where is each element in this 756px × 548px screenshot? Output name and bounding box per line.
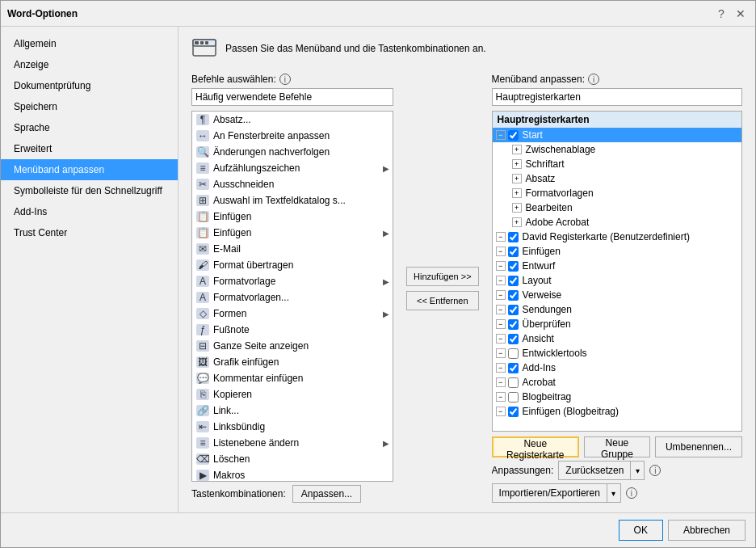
- ribbon-tab-checkbox[interactable]: [508, 130, 519, 141]
- ribbon-item[interactable]: − Überprüfen: [493, 317, 741, 331]
- ribbon-item[interactable]: − Verweise: [493, 288, 741, 302]
- ribbon-tab-checkbox[interactable]: [508, 334, 519, 344]
- zuruecksetzen-arrow[interactable]: ▾: [630, 461, 645, 480]
- importexport-button[interactable]: Importieren/Exportieren: [492, 483, 607, 503]
- help-button[interactable]: ?: [713, 6, 729, 22]
- importexport-info-icon[interactable]: i: [626, 487, 637, 499]
- list-item[interactable]: ◇Formen▶: [192, 306, 393, 322]
- list-item[interactable]: ⊞Auswahl im Textfeldkatalog s...: [192, 192, 393, 209]
- ribbon-item[interactable]: +Schriftart: [493, 157, 741, 171]
- sidebar-item-addins[interactable]: Add-Ins: [1, 201, 178, 222]
- list-item[interactable]: ≡Aufzählungszeichen▶: [192, 160, 393, 176]
- expand-icon[interactable]: +: [512, 188, 522, 198]
- add-button[interactable]: Hinzufügen >>: [406, 267, 479, 286]
- neue-registerkarte-button[interactable]: Neue Registerkarte: [492, 436, 579, 457]
- ribbon-tab-checkbox[interactable]: [508, 261, 519, 272]
- sidebar-item-dokumentpruefung[interactable]: Dokumentprüfung: [1, 75, 178, 96]
- list-item[interactable]: 📋Einfügen▶: [192, 225, 393, 241]
- list-item[interactable]: ✉E-Mail: [192, 241, 393, 257]
- anpassen-button[interactable]: Anpassen...: [292, 485, 361, 503]
- ribbon-tab-checkbox[interactable]: [508, 247, 519, 257]
- ribbon-tab-checkbox[interactable]: [508, 276, 519, 286]
- expand-icon[interactable]: −: [496, 276, 506, 285]
- expand-icon[interactable]: −: [496, 377, 506, 387]
- expand-icon[interactable]: +: [512, 159, 522, 169]
- list-item[interactable]: 🖼Grafik einfügen: [192, 354, 393, 370]
- expand-icon[interactable]: +: [512, 145, 522, 154]
- ribbon-item[interactable]: − Add-Ins: [493, 360, 741, 375]
- sidebar-item-speichern[interactable]: Speichern: [1, 96, 178, 117]
- ribbon-item[interactable]: − Layout: [493, 273, 741, 288]
- list-item[interactable]: ⊟Ganze Seite anzeigen: [192, 338, 393, 354]
- ribbon-item[interactable]: +Adobe Acrobat: [493, 215, 741, 230]
- sidebar-item-allgemein[interactable]: Allgemein: [1, 33, 178, 54]
- list-item[interactable]: 🔍Änderungen nachverfolgen: [192, 144, 393, 160]
- expand-icon[interactable]: −: [496, 334, 506, 344]
- commands-info-icon[interactable]: i: [279, 74, 291, 85]
- ribbon-list[interactable]: Hauptregisterkarten − Start+Zwischenabla…: [492, 111, 742, 432]
- sidebar-item-anzeige[interactable]: Anzeige: [1, 54, 178, 75]
- ribbon-tab-checkbox[interactable]: [508, 232, 519, 242]
- close-button[interactable]: ✕: [733, 6, 749, 22]
- anpassungen-info-icon[interactable]: i: [649, 465, 661, 476]
- list-item[interactable]: ⇤Linksbündig: [192, 419, 393, 435]
- list-item[interactable]: ✂Ausschneiden: [192, 176, 393, 192]
- umbenennen-button[interactable]: Umbenennen...: [655, 436, 742, 457]
- ribbon-info-icon[interactable]: i: [588, 74, 599, 85]
- ribbon-tab-checkbox[interactable]: [508, 305, 519, 315]
- neue-gruppe-button[interactable]: Neue Gruppe: [584, 436, 650, 457]
- commands-list[interactable]: ¶Absatz...↔An Fensterbreite anpassen🔍Änd…: [191, 111, 393, 482]
- list-item[interactable]: 🔗Link...: [192, 403, 393, 419]
- importexport-arrow[interactable]: ▾: [607, 483, 621, 503]
- ribbon-item[interactable]: − Acrobat: [493, 375, 741, 390]
- ribbon-item[interactable]: +Bearbeiten: [493, 200, 741, 215]
- expand-icon[interactable]: −: [496, 305, 506, 314]
- list-item[interactable]: ↔An Fensterbreite anpassen: [192, 128, 393, 144]
- ribbon-item[interactable]: +Absatz: [493, 171, 741, 186]
- remove-button[interactable]: << Entfernen: [406, 291, 479, 310]
- ribbon-tab-checkbox[interactable]: [508, 319, 519, 330]
- ribbon-tab-checkbox[interactable]: [508, 348, 519, 359]
- ribbon-tab-checkbox[interactable]: [508, 290, 519, 301]
- ribbon-item[interactable]: +Formatvorlagen: [493, 186, 741, 200]
- expand-icon[interactable]: +: [512, 174, 522, 183]
- ribbon-item[interactable]: − David Registerkarte (Benutzerdefiniert…: [493, 230, 741, 244]
- list-item[interactable]: ⎘Kopieren: [192, 386, 393, 403]
- ribbon-item[interactable]: − Entwurf: [493, 259, 741, 273]
- sidebar-item-symbolleiste[interactable]: Symbolleiste für den Schnellzugriff: [1, 180, 178, 201]
- ribbon-item[interactable]: − Ansicht: [493, 331, 741, 346]
- expand-icon[interactable]: −: [496, 247, 506, 256]
- sidebar-item-menuband[interactable]: Menüband anpassen: [1, 159, 178, 180]
- expand-icon[interactable]: −: [496, 290, 506, 300]
- ribbon-item[interactable]: − Entwicklertools: [493, 346, 741, 360]
- ribbon-item[interactable]: − Einfügen (Blogbeitrag): [493, 404, 741, 419]
- list-item[interactable]: ⌫Löschen: [192, 451, 393, 467]
- ribbon-tab-checkbox[interactable]: [508, 392, 519, 403]
- expand-icon[interactable]: −: [496, 407, 506, 416]
- sidebar-item-trustcenter[interactable]: Trust Center: [1, 222, 178, 243]
- ribbon-dropdown[interactable]: Hauptregisterkarten: [492, 88, 742, 106]
- ribbon-tab-checkbox[interactable]: [508, 363, 519, 373]
- list-item[interactable]: ƒFußnote: [192, 322, 393, 338]
- ribbon-item[interactable]: − Einfügen: [493, 244, 741, 259]
- ribbon-tab-checkbox[interactable]: [508, 407, 519, 417]
- ribbon-item[interactable]: − Start: [493, 128, 741, 142]
- expand-icon[interactable]: −: [496, 232, 506, 242]
- expand-icon[interactable]: −: [496, 348, 506, 358]
- expand-icon[interactable]: +: [512, 203, 522, 213]
- commands-dropdown[interactable]: Häufig verwendete Befehle: [191, 88, 393, 106]
- list-item[interactable]: AFormatvorlagen...: [192, 289, 393, 306]
- abbrechen-button[interactable]: Abbrechen: [668, 520, 746, 541]
- list-item[interactable]: ≡Listenebene ändern▶: [192, 435, 393, 451]
- sidebar-item-erweitert[interactable]: Erweitert: [1, 138, 178, 159]
- ribbon-tab-checkbox[interactable]: [508, 377, 519, 388]
- expand-icon[interactable]: −: [496, 130, 506, 140]
- ribbon-item[interactable]: − Blogbeitrag: [493, 390, 741, 404]
- expand-icon[interactable]: −: [496, 261, 506, 271]
- list-item[interactable]: ¶Absatz...: [192, 112, 393, 128]
- ok-button[interactable]: OK: [619, 520, 663, 541]
- sidebar-item-sprache[interactable]: Sprache: [1, 117, 178, 138]
- expand-icon[interactable]: −: [496, 363, 506, 373]
- list-item[interactable]: AFormatvorlage▶: [192, 273, 393, 289]
- ribbon-item[interactable]: +Zwischenablage: [493, 142, 741, 157]
